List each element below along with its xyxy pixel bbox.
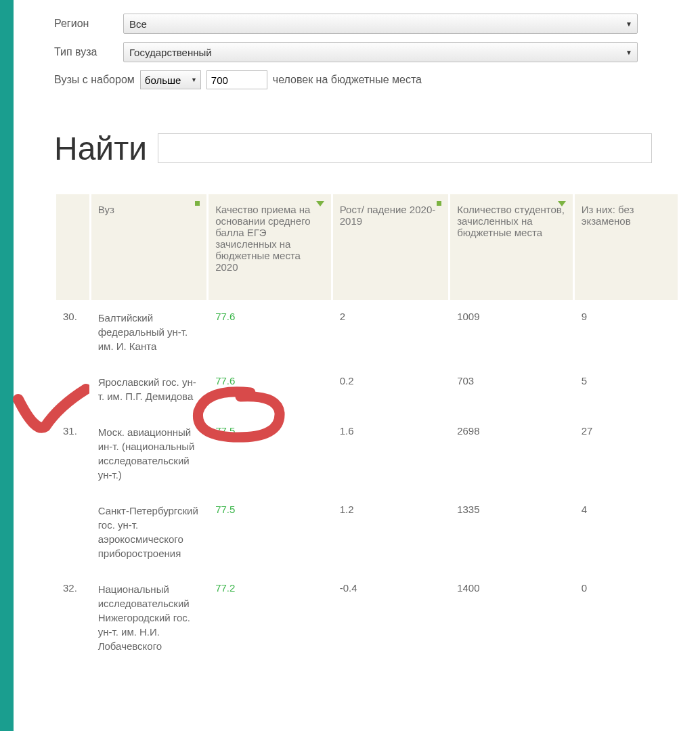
region-select[interactable]: Все (123, 14, 638, 34)
col-growth-header[interactable]: Рост/ падение 2020-2019 (333, 194, 448, 300)
filter-enroll-row: Вузы с набором больше человек на бюджетн… (54, 70, 680, 89)
table-row: 32. Национальный исследовательский Нижег… (56, 571, 678, 664)
cell-growth: 0.2 (333, 364, 448, 414)
col-noexam-label: Из них: без экзаменов (582, 204, 634, 227)
col-name-label: Вуз (98, 204, 114, 215)
cell-students: 703 (450, 364, 573, 414)
sidebar-strip (0, 0, 14, 731)
col-noexam-header[interactable]: Из них: без экзаменов (575, 194, 678, 300)
annotation-checkmark-icon (8, 379, 89, 440)
col-quality-label: Качество приема на основании среднего ба… (215, 204, 311, 273)
table-row: Ярославский гос. ун-т. им. П.Г. Демидова… (56, 364, 678, 414)
results-table: Вуз Качество приема на основании среднег… (54, 194, 680, 664)
main-content: Регион Все Тип вуза Государственный Вузы… (14, 0, 700, 731)
cell-growth: 2 (333, 300, 448, 364)
table-row: 31. Моск. авиационный ин-т. (национальны… (56, 414, 678, 493)
col-students-label: Количество студентов, зачисленных на бюд… (457, 204, 565, 238)
cell-rank: 30. (56, 300, 89, 364)
cell-students: 1335 (450, 493, 573, 571)
col-name-header[interactable]: Вуз (91, 194, 206, 300)
cell-growth: -0.4 (333, 571, 448, 664)
sort-indicator-icon (195, 201, 200, 206)
sort-desc-icon (558, 201, 566, 206)
cell-name[interactable]: Балтийский федеральный ун-т. им. И. Кант… (91, 300, 206, 364)
cell-noexam: 0 (575, 571, 678, 664)
sort-indicator-icon (437, 201, 441, 206)
type-label: Тип вуза (54, 46, 115, 58)
cell-noexam: 27 (575, 414, 678, 493)
cell-noexam: 4 (575, 493, 678, 571)
enroll-prefix: Вузы с набором (54, 74, 135, 86)
cell-students: 2698 (450, 414, 573, 493)
type-select[interactable]: Государственный (123, 42, 638, 62)
table-header-row: Вуз Качество приема на основании среднег… (56, 194, 678, 300)
threshold-input[interactable] (206, 70, 267, 89)
cell-rank: 32. (56, 571, 89, 664)
cell-students: 1400 (450, 571, 573, 664)
region-label: Регион (54, 18, 115, 30)
cell-name[interactable]: Национальный исследовательский Нижегород… (91, 571, 206, 664)
cell-quality: 77.5 (209, 493, 331, 571)
col-quality-header[interactable]: Качество приема на основании среднего ба… (209, 194, 331, 300)
sort-desc-icon (316, 201, 324, 206)
search-input[interactable] (158, 133, 652, 163)
table-row: 30. Балтийский федеральный ун-т. им. И. … (56, 300, 678, 364)
col-students-header[interactable]: Количество студентов, зачисленных на бюд… (450, 194, 573, 300)
cell-quality: 77.6 (209, 300, 331, 364)
cell-name[interactable]: Санкт-Петербургский гос. ун-т. аэрокосми… (91, 493, 206, 571)
table-row: Санкт-Петербургский гос. ун-т. аэрокосми… (56, 493, 678, 571)
annotation-circle-icon (186, 384, 288, 444)
cell-rank (56, 493, 89, 571)
comparator-select[interactable]: больше (140, 70, 201, 89)
table-body: 30. Балтийский федеральный ун-т. им. И. … (56, 300, 678, 664)
cell-growth: 1.2 (333, 493, 448, 571)
col-rank-header[interactable] (56, 194, 89, 300)
cell-quality: 77.2 (209, 571, 331, 664)
search-heading: Найти (54, 130, 147, 167)
enroll-suffix: человек на бюджетные места (273, 74, 422, 86)
cell-noexam: 5 (575, 364, 678, 414)
cell-growth: 1.6 (333, 414, 448, 493)
cell-noexam: 9 (575, 300, 678, 364)
col-growth-label: Рост/ падение 2020-2019 (340, 204, 436, 227)
filter-region-row: Регион Все (54, 14, 680, 34)
search-row: Найти (54, 130, 680, 167)
filter-type-row: Тип вуза Государственный (54, 42, 680, 62)
cell-students: 1009 (450, 300, 573, 364)
